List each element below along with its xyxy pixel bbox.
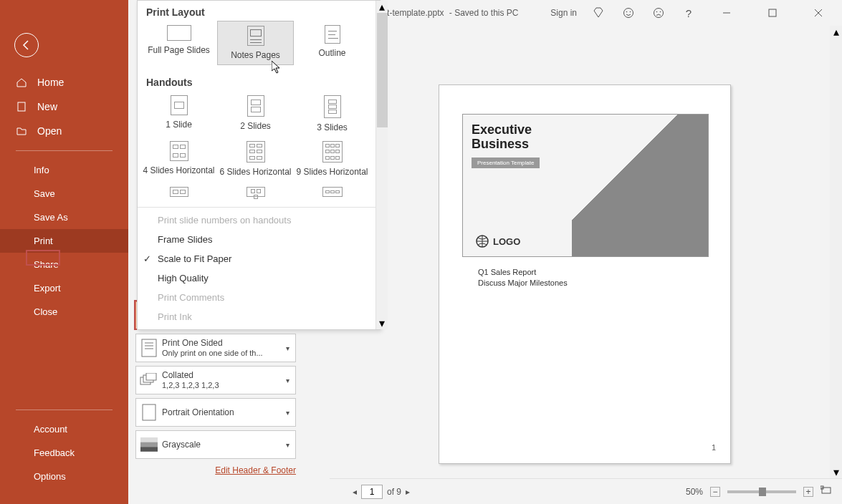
minimize-button[interactable] — [710, 0, 743, 26]
scrollbar-thumb[interactable] — [377, 13, 388, 127]
option-print-slide-numbers: Print slide numbers on handouts — [138, 210, 380, 230]
sidebar-item-info[interactable]: Info — [0, 158, 128, 182]
sidebar-item-account[interactable]: Account — [0, 417, 128, 441]
option-label: Scale to Fit Paper — [158, 253, 231, 264]
setting-color-dropdown[interactable]: Grayscale ▾ — [135, 430, 296, 459]
layout-label: 6 Slides Horizontal — [219, 167, 291, 177]
sidebar-label: Info — [34, 165, 49, 175]
layout-6-slides-vertical[interactable] — [217, 187, 294, 201]
close-button[interactable] — [802, 0, 835, 26]
previous-page-button[interactable]: ◂ — [353, 487, 357, 497]
handouts-heading: Handouts — [138, 71, 380, 91]
scrollbar-down-arrow[interactable]: ▾ — [830, 466, 842, 478]
layout-label: Full Page Slides — [148, 45, 210, 55]
option-scale-to-fit[interactable]: ✓Scale to Fit Paper — [138, 249, 380, 268]
sidebar-label: Open — [37, 125, 62, 137]
chevron-down-icon: ▾ — [279, 441, 295, 449]
logo-text: LOGO — [493, 236, 520, 247]
layout-9-slides-horizontal[interactable]: 9 Slides Horizontal — [294, 137, 370, 181]
option-high-quality[interactable]: High Quality — [138, 268, 380, 288]
maximize-button[interactable] — [756, 0, 789, 26]
note-line-1: Q1 Sales Report — [478, 267, 568, 278]
layout-label: 1 Slide — [166, 120, 192, 130]
sidebar-item-save[interactable]: Save — [0, 182, 128, 205]
zoom-in-button[interactable]: + — [803, 487, 813, 497]
diamond-icon[interactable] — [590, 4, 607, 21]
edit-header-footer-link[interactable]: Edit Header & Footer — [135, 465, 296, 475]
check-icon: ✓ — [143, 253, 151, 264]
sidebar-item-close[interactable]: Close — [0, 300, 128, 324]
collated-icon — [136, 367, 162, 394]
layout-outline[interactable]: Outline — [294, 21, 370, 65]
zoom-out-button[interactable]: − — [710, 487, 720, 497]
scrollbar-up-arrow[interactable]: ▴ — [376, 1, 388, 13]
layout-full-page-slides[interactable]: Full Page Slides — [140, 21, 217, 65]
svg-point-4 — [656, 11, 658, 13]
one-sided-icon — [136, 334, 162, 362]
speaker-notes: Q1 Sales Report Discuss Major Milestones — [478, 267, 568, 289]
preview-page: Executive Business Presentation Template… — [439, 84, 731, 464]
layout-4-slides-vertical[interactable] — [140, 187, 217, 201]
smile-icon[interactable] — [620, 4, 637, 21]
sidebar-item-home[interactable]: Home — [0, 70, 128, 94]
zoom-slider-handle[interactable] — [759, 488, 766, 496]
sidebar-item-new[interactable]: New — [0, 94, 128, 119]
setting-orientation-dropdown[interactable]: Portrait Orientation ▾ — [135, 398, 296, 427]
preview-scrollbar[interactable]: ▴ ▾ — [830, 26, 842, 478]
option-label: Frame Slides — [158, 234, 213, 245]
chevron-down-icon: ▾ — [279, 344, 295, 352]
sidebar-item-print[interactable]: Print — [0, 229, 128, 253]
zoom-fit-button[interactable] — [821, 485, 832, 498]
print-layout-popup: Print Layout Full Page Slides Notes Page… — [137, 0, 381, 330]
grayscale-icon — [136, 431, 162, 458]
scrollbar-down-arrow[interactable]: ▾ — [376, 317, 388, 329]
layout-label: Notes Pages — [231, 50, 280, 60]
total-pages: of 9 — [387, 487, 401, 497]
preview-bottom-bar: ◂ of 9 ▸ 50% − + — [330, 478, 842, 504]
sidebar-item-open[interactable]: Open — [0, 119, 128, 143]
sidebar-item-save-as[interactable]: Save As — [0, 205, 128, 229]
svg-rect-7 — [769, 9, 776, 16]
svg-point-1 — [626, 11, 628, 13]
chevron-down-icon: ▾ — [279, 409, 295, 417]
setting-title: Portrait Orientation — [162, 407, 277, 418]
setting-collated-dropdown[interactable]: Collated1,2,3 1,2,3 1,2,3 ▾ — [135, 366, 296, 394]
current-page-input[interactable] — [361, 485, 383, 499]
option-print-ink: Print Ink — [138, 307, 380, 326]
sidebar-item-options[interactable]: Options — [0, 465, 128, 488]
help-icon[interactable]: ? — [680, 4, 697, 21]
setting-title: Print One Sided — [162, 338, 277, 349]
sign-in-link[interactable]: Sign in — [550, 8, 577, 18]
frown-icon[interactable] — [650, 4, 667, 21]
sidebar-item-share[interactable]: Share — [0, 253, 128, 276]
option-frame-slides[interactable]: Frame Slides — [138, 230, 380, 249]
back-button[interactable] — [14, 33, 39, 57]
sidebar-item-export[interactable]: Export — [0, 276, 128, 300]
next-page-button[interactable]: ▸ — [406, 487, 410, 497]
svg-point-5 — [660, 11, 661, 13]
globe-icon — [476, 235, 489, 248]
sidebar-label: Print — [34, 236, 53, 246]
zoom-slider[interactable] — [727, 490, 796, 493]
note-line-2: Discuss Major Milestones — [478, 278, 568, 289]
layout-label: 3 Slides — [317, 122, 348, 132]
print-preview: Executive Business Presentation Template… — [330, 26, 842, 478]
layout-1-slide[interactable]: 1 Slide — [140, 91, 217, 137]
layout-9-slides-vertical[interactable] — [294, 187, 370, 201]
svg-rect-21 — [146, 373, 156, 380]
sidebar-label: Account — [34, 424, 67, 435]
sidebar-divider — [16, 150, 113, 151]
layout-3-slides[interactable]: 3 Slides — [294, 91, 370, 137]
print-layout-heading: Print Layout — [138, 1, 380, 21]
layout-4-slides-horizontal[interactable]: 4 Slides Horizontal — [140, 137, 217, 181]
layout-2-slides[interactable]: 2 Slides — [217, 91, 294, 137]
sidebar-item-feedback[interactable]: Feedback — [0, 441, 128, 465]
scrollbar-up-arrow[interactable]: ▴ — [830, 26, 842, 38]
portrait-icon — [136, 399, 162, 426]
layout-6-slides-horizontal[interactable]: 6 Slides Horizontal — [217, 137, 294, 181]
setting-sub: 1,2,3 1,2,3 1,2,3 — [162, 381, 277, 391]
setting-sides-dropdown[interactable]: Print One SidedOnly print on one side of… — [135, 334, 296, 362]
popup-scrollbar[interactable]: ▴ ▾ — [375, 1, 388, 329]
svg-rect-22 — [143, 404, 156, 420]
layout-notes-pages[interactable]: Notes Pages — [217, 21, 294, 65]
